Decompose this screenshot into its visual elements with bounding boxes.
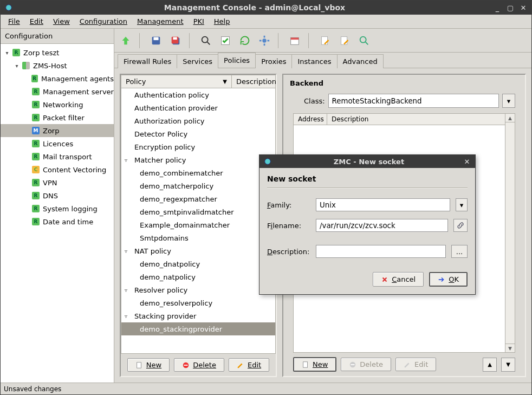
policy-item[interactable]: ▿Matcher policy [121, 153, 275, 166]
tree-item-zms-host[interactable]: ▾ZMS-Host [1, 59, 114, 72]
family-input[interactable] [316, 198, 450, 211]
tree-item-licences[interactable]: RLicences [1, 137, 114, 150]
tree-item-date-and-time[interactable]: RDate and time [1, 215, 114, 228]
node-type-icon: R [32, 114, 40, 121]
zoom-icon[interactable] [198, 33, 214, 49]
tab-services[interactable]: Services [177, 54, 218, 68]
menu-view[interactable]: View [49, 16, 74, 27]
tree-item-zorp-teszt[interactable]: ▾RZorp teszt [1, 46, 114, 59]
policy-item[interactable]: demo_resolverpolicy [121, 296, 275, 309]
policy-item[interactable]: demo_matcherpolicy [121, 179, 275, 192]
class-input[interactable] [328, 94, 499, 108]
policy-item[interactable]: demo_stackingprovider [121, 322, 275, 335]
status-text: Unsaved changes [4, 385, 61, 393]
policy-item[interactable]: demo_dnatpolicy [121, 257, 275, 270]
policy-item[interactable]: Encryption policy [121, 140, 275, 153]
grid-col-description[interactable]: Description [327, 114, 505, 125]
menu-management[interactable]: Management [133, 16, 188, 27]
tab-firewall-rules[interactable]: Firewall Rules [118, 54, 177, 68]
policy-item[interactable]: demo_natpolicy [121, 270, 275, 283]
tab-advanced[interactable]: Advanced [337, 54, 384, 68]
dialog-title: ZMC - New socket [275, 158, 463, 166]
move-down-button[interactable]: ▼ [501, 358, 515, 372]
policy-item[interactable]: Smtpdomains [121, 231, 275, 244]
cancel-button[interactable]: Cancel [373, 272, 424, 287]
minimize-icon[interactable]: _ [494, 4, 501, 11]
ok-button[interactable]: OK [429, 272, 468, 287]
dialog-close-icon[interactable]: ✕ [463, 158, 471, 165]
scrollbar[interactable]: ▲ ▼ [505, 114, 515, 352]
svg-rect-22 [184, 365, 188, 366]
link-icon[interactable] [453, 219, 468, 232]
menu-help[interactable]: Help [210, 16, 235, 27]
svg-point-18 [360, 36, 366, 42]
node-type-icon: R [12, 49, 20, 56]
menu-configuration[interactable]: Configuration [75, 16, 132, 27]
scroll-up-icon[interactable]: ▲ [505, 114, 515, 122]
tree-item-vpn[interactable]: RVPN [1, 176, 114, 189]
description-input[interactable] [316, 245, 446, 258]
tree-item-system-logging[interactable]: RSystem logging [1, 202, 114, 215]
tree-item-mail-transport[interactable]: RMail transport [1, 150, 114, 163]
config-tree[interactable]: ▾RZorp teszt▾ZMS-HostRManagement agentsR… [1, 44, 114, 383]
dialog-app-icon [264, 158, 271, 165]
new-button[interactable]: New [127, 358, 170, 372]
backend-delete-button: Delete [341, 358, 391, 371]
grid-col-address[interactable]: Address [294, 114, 327, 125]
tree-item-packet-filter[interactable]: RPacket filter [1, 111, 114, 124]
policy-item[interactable]: Authentication policy [121, 88, 275, 101]
tab-policies[interactable]: Policies [218, 53, 256, 68]
tree-item-management-server[interactable]: RManagement server [1, 85, 114, 98]
save-all-icon[interactable] [167, 33, 184, 49]
scroll-down-icon[interactable]: ▼ [505, 344, 515, 352]
tab-instances[interactable]: Instances [291, 54, 337, 68]
tree-item-label: Mail transport [42, 153, 92, 161]
description-col-header[interactable]: Description [232, 75, 275, 88]
up-icon[interactable] [118, 33, 134, 49]
policy-item[interactable]: demo_regexpmatcher [121, 192, 275, 205]
tab-proxies[interactable]: Proxies [255, 54, 292, 68]
policy-item-label: demo_dnatpolicy [140, 260, 200, 268]
maximize-icon[interactable]: ▢ [507, 4, 514, 11]
edit-button[interactable]: Edit [229, 358, 269, 372]
edit-doc2-icon[interactable] [336, 33, 353, 49]
close-icon[interactable]: ✕ [520, 4, 527, 11]
app-launch-icon[interactable] [287, 33, 303, 49]
delete-button[interactable]: Delete [174, 358, 224, 372]
move-up-button[interactable]: ▲ [483, 358, 497, 372]
menu-pki[interactable]: PKI [189, 16, 209, 27]
gear-icon[interactable] [256, 33, 273, 49]
svg-point-26 [265, 159, 271, 165]
menu-file[interactable]: File [4, 16, 24, 27]
tree-item-zorp[interactable]: MZorp [1, 124, 114, 137]
refresh-icon[interactable] [237, 33, 253, 49]
policy-item[interactable]: ▿Resolver policy [121, 283, 275, 296]
policy-col-header[interactable]: Policy ▼ [121, 75, 232, 88]
tree-item-dns[interactable]: RDNS [1, 189, 114, 202]
policy-item[interactable]: ▿Stacking provider [121, 309, 275, 322]
policy-item[interactable]: ▿NAT policy [121, 244, 275, 257]
menu-edit[interactable]: Edit [25, 16, 48, 27]
twisty-icon[interactable]: ▾ [14, 63, 20, 69]
policy-item[interactable]: Authorization policy [121, 114, 275, 127]
twisty-icon[interactable]: ▾ [4, 50, 10, 56]
class-dropdown-icon[interactable]: ▾ [502, 94, 515, 108]
policy-item[interactable]: demo_smtpinvalidmatcher [121, 205, 275, 218]
save-icon[interactable] [148, 33, 164, 49]
check-icon[interactable] [217, 33, 233, 49]
browse-button[interactable]: ... [451, 245, 468, 258]
policy-item[interactable]: Example_domainmatcher [121, 218, 275, 231]
policy-list[interactable]: Authentication policyAuthentication prov… [121, 88, 275, 353]
policy-item[interactable]: demo_combinematcher [121, 166, 275, 179]
family-dropdown-icon[interactable]: ▾ [456, 198, 468, 211]
tree-item-content-vectoring[interactable]: CContent Vectoring [1, 163, 114, 176]
policy-item[interactable]: Detector Policy [121, 127, 275, 140]
backend-new-button[interactable]: New [293, 357, 336, 372]
tree-item-management-agents[interactable]: RManagement agents [1, 72, 114, 85]
tree-item-label: VPN [42, 179, 57, 187]
search-user-icon[interactable] [356, 33, 372, 49]
policy-item[interactable]: Authentication provider [121, 101, 275, 114]
filename-input[interactable] [316, 219, 448, 232]
tree-item-networking[interactable]: RNetworking [1, 98, 114, 111]
edit-doc-icon[interactable] [317, 33, 333, 49]
